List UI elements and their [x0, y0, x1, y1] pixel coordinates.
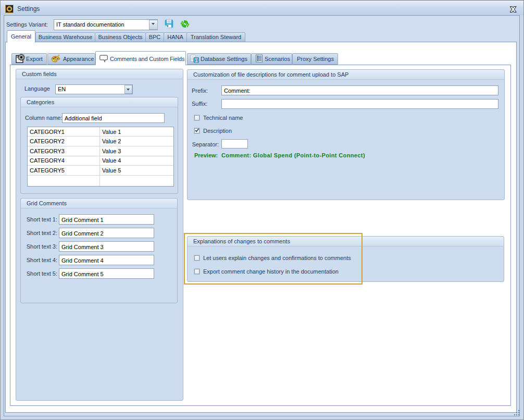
svg-text:x: x: [510, 5, 516, 14]
